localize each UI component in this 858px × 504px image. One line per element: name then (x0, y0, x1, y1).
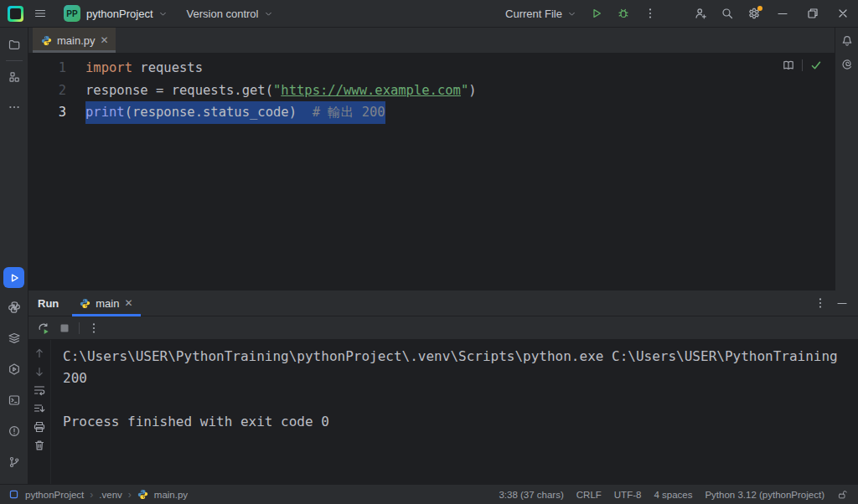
scroll-up-button[interactable] (33, 347, 46, 360)
chevron-down-icon (566, 8, 577, 19)
minimize-icon (835, 296, 849, 310)
run-tool-button[interactable] (3, 267, 24, 288)
breadcrumb-item[interactable]: .venv (99, 490, 122, 500)
python-console-button[interactable] (0, 296, 28, 319)
editor-tab-main-py[interactable]: main.py ✕ (33, 28, 116, 53)
minimize-button[interactable] (768, 0, 798, 28)
tab-close-icon[interactable]: ✕ (101, 35, 109, 45)
code-text: response = requests.get("https://www.exa… (85, 80, 477, 102)
pycharm-logo-icon[interactable] (8, 6, 23, 22)
terminal-icon (8, 393, 21, 407)
run-tool-window: Run main ✕ (28, 291, 858, 484)
status-bar: pythonProject › .venv › main.py 3:38 (37… (0, 484, 858, 504)
python-icon (41, 35, 52, 46)
code-editor[interactable]: 1import requests2response = requests.get… (28, 54, 835, 291)
line-number[interactable]: 3 (28, 101, 80, 124)
breadcrumb-item[interactable]: pythonProject (25, 490, 84, 500)
line-ending-widget[interactable]: CRLF (576, 490, 602, 500)
rerun-button[interactable] (37, 321, 50, 335)
console-area: C:\Users\USER\PythonTraining\pythonProje… (28, 340, 858, 484)
reader-mode-book-icon[interactable] (782, 59, 795, 72)
python-packages-button[interactable] (0, 327, 28, 350)
run-tab-close-icon[interactable]: ✕ (124, 298, 132, 308)
code-line[interactable]: 2response = requests.get("https://www.ex… (28, 80, 835, 102)
structure-tool-button[interactable] (0, 65, 28, 89)
more-tool-windows-button[interactable] (0, 95, 28, 119)
arrow-down-icon (33, 365, 46, 378)
problems-button[interactable] (0, 419, 28, 443)
editor-tab-bar: main.py ✕ (28, 28, 835, 54)
title-bar-right: Current File (499, 0, 858, 27)
printer-icon (33, 420, 46, 434)
encoding-widget[interactable]: UTF-8 (614, 490, 642, 500)
run-button[interactable] (583, 0, 610, 28)
main-menu-button[interactable] (27, 0, 54, 28)
console-output[interactable]: C:\Users\USER\PythonTraining\pythonProje… (51, 340, 858, 484)
code-text: print(response.status_code) # 輸出 200 (85, 101, 385, 124)
soft-wrap-button[interactable] (33, 383, 46, 397)
inspections-ok-check-icon[interactable] (809, 59, 823, 72)
left-stripe-bottom (0, 267, 28, 484)
caret-position-widget[interactable]: 3:38 (37 chars) (499, 490, 563, 500)
indent-widget[interactable]: 4 spaces (654, 490, 692, 500)
stop-button[interactable] (58, 321, 71, 335)
search-icon (721, 7, 734, 20)
services-button[interactable] (0, 357, 28, 381)
scroll-to-end-icon (33, 402, 46, 415)
version-control-tool-button[interactable] (0, 450, 28, 474)
notifications-button[interactable] (840, 34, 854, 48)
editor-inspection-widget (782, 59, 823, 72)
hamburger-icon (34, 7, 47, 20)
kebab-icon (644, 7, 657, 20)
code-with-me-button[interactable] (687, 0, 714, 28)
python-icon (8, 301, 21, 314)
terminal-button[interactable] (0, 388, 28, 412)
divider (802, 59, 803, 71)
play-icon (8, 271, 21, 285)
more-actions-button[interactable] (637, 0, 664, 28)
run-tab-label: main (96, 297, 119, 310)
divider (79, 322, 80, 334)
run-configuration-widget[interactable]: Current File (499, 4, 583, 23)
layers-icon (8, 332, 21, 345)
title-bar: PP pythonProject Version control Current… (0, 0, 858, 28)
interpreter-widget[interactable]: Python 3.12 (pythonProject) (705, 490, 824, 500)
soft-wrap-icon (33, 383, 46, 397)
console-line: 200 (63, 368, 858, 389)
run-tab-main[interactable]: main ✕ (72, 291, 140, 316)
unlocked-padlock-icon[interactable] (837, 489, 848, 500)
kebab-icon (814, 296, 827, 310)
scroll-to-end-button[interactable] (33, 402, 46, 415)
console-toolbar (28, 340, 51, 484)
print-button[interactable] (33, 420, 46, 434)
clear-console-button[interactable] (33, 439, 46, 452)
search-everywhere-button[interactable] (714, 0, 741, 28)
code-line[interactable]: 1import requests (28, 57, 835, 80)
breadcrumb-item[interactable]: main.py (154, 490, 188, 500)
settings-notification-badge (757, 6, 762, 11)
more-horizontal-icon (8, 100, 21, 114)
add-user-icon (694, 7, 707, 20)
settings-button[interactable] (741, 0, 768, 28)
project-tool-button[interactable] (0, 33, 28, 56)
close-button[interactable] (828, 0, 858, 28)
restore-button[interactable] (798, 0, 828, 28)
console-options-button[interactable] (87, 321, 101, 335)
run-panel-title: Run (38, 297, 59, 310)
structure-icon (8, 70, 21, 84)
debug-button[interactable] (610, 0, 637, 28)
play-icon (590, 7, 603, 20)
project-widget[interactable]: pythonProject (80, 4, 174, 23)
run-panel-options-button[interactable] (809, 292, 831, 314)
line-number[interactable]: 1 (28, 57, 80, 80)
stripe-divider (6, 60, 23, 61)
run-panel-hide-button[interactable] (831, 292, 853, 314)
line-number[interactable]: 2 (28, 80, 80, 102)
run-toolbar (28, 316, 858, 340)
ai-assistant-button[interactable] (840, 58, 854, 71)
project-avatar[interactable]: PP (64, 5, 80, 22)
version-control-widget[interactable]: Version control (181, 4, 280, 23)
breadcrumb-separator: › (128, 489, 132, 501)
code-line[interactable]: 3print(response.status_code) # 輸出 200 (28, 101, 835, 124)
scroll-down-button[interactable] (33, 365, 46, 378)
